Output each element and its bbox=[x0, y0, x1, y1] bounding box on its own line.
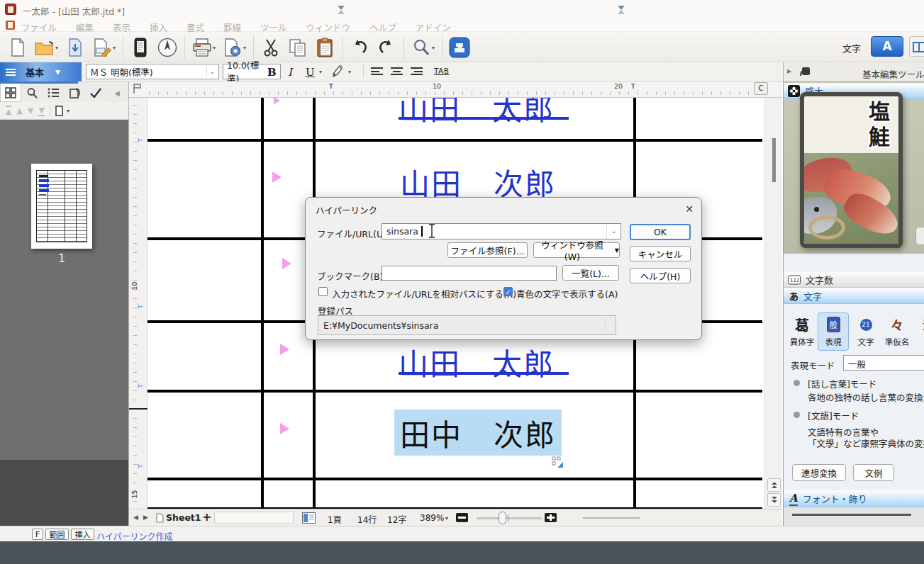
document-name-3[interactable]: 山田 太郎 bbox=[399, 340, 555, 383]
mobile-view-button[interactable] bbox=[127, 35, 154, 60]
redo-button[interactable] bbox=[373, 35, 400, 60]
column-button[interactable]: C bbox=[754, 82, 768, 95]
document-name-4-selected[interactable]: 田中 次郎 bbox=[394, 410, 562, 456]
sheet-tab[interactable]: Sheet1 bbox=[166, 512, 201, 523]
zoom-slider-thumb[interactable] bbox=[499, 512, 506, 524]
page-select-icon[interactable] bbox=[55, 106, 65, 116]
page-thumbnail[interactable] bbox=[31, 164, 92, 249]
save-button[interactable] bbox=[62, 35, 89, 60]
sidebar-tab-search[interactable] bbox=[21, 84, 43, 102]
highlight-pen-button[interactable] bbox=[330, 64, 345, 79]
chevron-down-icon[interactable]: ⌄ bbox=[606, 224, 620, 239]
font-decoration-header[interactable]: A フォント・飾り bbox=[784, 490, 924, 507]
sidebar-collapse-button[interactable]: ◀ bbox=[106, 84, 128, 102]
grid-mode-button[interactable] bbox=[909, 36, 924, 57]
f-mode-button[interactable]: F bbox=[32, 529, 43, 540]
document-name-1[interactable]: 山田 太郎 bbox=[399, 98, 555, 128]
close-icon[interactable]: ✕ bbox=[682, 202, 696, 216]
zoom-value[interactable]: 389% bbox=[420, 513, 444, 523]
sheet-scroll-strip[interactable] bbox=[214, 512, 294, 524]
underline-dropdown-arrow[interactable]: ▾ bbox=[319, 69, 322, 75]
horizontal-ruler[interactable] bbox=[129, 81, 782, 98]
plugin-button[interactable] bbox=[446, 35, 473, 60]
ok-button[interactable]: OK bbox=[630, 224, 691, 240]
file-browse-button[interactable]: ファイル参照(F)... bbox=[447, 242, 528, 258]
sidebar-tab-thumbnails[interactable] bbox=[0, 84, 21, 102]
character-mode-button[interactable]: A bbox=[871, 36, 903, 57]
print-settings-dropdown-arrow[interactable]: ▾ bbox=[243, 45, 250, 51]
tab-hyougen[interactable]: 般 表現 bbox=[818, 315, 849, 347]
window-browse-button[interactable]: ウィンドウ参照(W) ▼ bbox=[533, 242, 620, 258]
view-mode-icon[interactable] bbox=[302, 512, 316, 524]
cut-button[interactable] bbox=[257, 35, 284, 60]
sidebar-tab-page-jump[interactable] bbox=[64, 84, 85, 102]
search-button[interactable] bbox=[408, 35, 435, 60]
file-url-input[interactable]: sinsara ⌄ bbox=[382, 223, 621, 239]
align-left-button[interactable] bbox=[371, 67, 383, 77]
jump-first-button[interactable]: ▲ bbox=[6, 106, 11, 116]
kanta-card[interactable]: 塩鮭 bbox=[800, 92, 903, 248]
copy-button[interactable] bbox=[284, 35, 311, 60]
list-button[interactable]: 一覧(L)... bbox=[562, 265, 619, 281]
save-as-dropdown-arrow[interactable]: ▾ bbox=[113, 45, 119, 51]
moji-section-header[interactable]: あ 文字 bbox=[784, 288, 924, 304]
insert-mode-button[interactable]: 挿入 bbox=[71, 529, 94, 540]
range-mode-button[interactable]: 範囲 bbox=[45, 529, 69, 540]
tab-itaiji[interactable]: 葛 異体字 bbox=[786, 315, 818, 347]
expression-mode-select[interactable]: 一般 bbox=[843, 355, 924, 371]
palette-scrollbar[interactable] bbox=[792, 514, 911, 516]
relative-path-checkbox[interactable] bbox=[318, 287, 328, 296]
indent-marker-icon[interactable] bbox=[618, 10, 625, 14]
blue-text-checkbox[interactable]: ✓ bbox=[503, 287, 513, 296]
underline-button[interactable]: U bbox=[306, 66, 315, 79]
sheet-next-icon[interactable]: ▶ bbox=[143, 514, 148, 521]
palette-collapse-arrow[interactable]: ▶ bbox=[787, 68, 791, 74]
new-document-button[interactable] bbox=[4, 35, 31, 60]
print-settings-button[interactable] bbox=[219, 35, 246, 60]
sidebar-tab-check[interactable] bbox=[85, 84, 106, 102]
scroll-page-down-button[interactable] bbox=[767, 493, 781, 507]
align-center-button[interactable] bbox=[391, 67, 403, 77]
document-vertical-scrollbar[interactable] bbox=[764, 98, 782, 509]
example-button[interactable]: 文例 bbox=[853, 464, 894, 481]
paste-button[interactable] bbox=[311, 35, 338, 60]
document-menu-icon[interactable] bbox=[6, 21, 15, 30]
tab-jungana[interactable]: 々 準仮名 bbox=[881, 315, 913, 347]
bold-button[interactable]: B bbox=[267, 66, 277, 79]
association-convert-button[interactable]: 連想変換 bbox=[792, 464, 846, 481]
search-dropdown-arrow[interactable]: ▾ bbox=[432, 45, 438, 51]
ruler-corner-flag-icon[interactable] bbox=[132, 83, 142, 94]
align-right-button[interactable] bbox=[411, 67, 423, 77]
open-file-button[interactable] bbox=[31, 35, 58, 60]
zoom-dropdown-arrow[interactable]: ▾ bbox=[445, 515, 448, 521]
navigation-button[interactable] bbox=[154, 35, 181, 60]
zoom-slider-track[interactable] bbox=[477, 517, 542, 519]
italic-button[interactable]: I bbox=[288, 66, 292, 79]
edit-mode-selector[interactable]: 基本 ▼ bbox=[0, 62, 82, 81]
scroll-page-up-button[interactable] bbox=[767, 478, 781, 492]
open-dropdown-arrow[interactable]: ▾ bbox=[55, 45, 62, 51]
sidebar-tab-list[interactable] bbox=[43, 84, 64, 102]
zoom-in-button[interactable] bbox=[545, 513, 557, 522]
bookmark-input[interactable] bbox=[382, 266, 557, 281]
help-button[interactable]: ヘルプ(H) bbox=[630, 268, 691, 283]
palette-switch-icon[interactable] bbox=[798, 65, 811, 78]
tab-kanji-partial[interactable]: 漢 漢 bbox=[913, 315, 924, 347]
zoom-out-button[interactable] bbox=[456, 513, 468, 522]
add-sheet-button[interactable]: + bbox=[202, 510, 211, 524]
cancel-button[interactable]: キャンセル bbox=[630, 246, 691, 261]
photo-nav-button[interactable] bbox=[915, 227, 924, 245]
jump-last-button[interactable]: ▼ bbox=[38, 106, 44, 116]
print-button[interactable] bbox=[189, 35, 216, 60]
undo-button[interactable] bbox=[346, 35, 373, 60]
jump-prev-button[interactable]: ▲ bbox=[16, 106, 22, 115]
save-as-button[interactable] bbox=[89, 35, 116, 60]
selection-handle-icon[interactable] bbox=[552, 456, 564, 469]
pen-dropdown-arrow[interactable]: ▾ bbox=[348, 69, 351, 75]
page-select-arrow[interactable]: ▾ bbox=[67, 108, 69, 114]
font-family-select[interactable]: ＭＳ 明朝(標準) ⌄ bbox=[86, 64, 219, 79]
jump-next-button[interactable]: ▼ bbox=[28, 106, 33, 115]
scrollbar-thumb[interactable] bbox=[772, 138, 776, 182]
sheet-prev-icon[interactable]: ◀ bbox=[133, 514, 138, 521]
print-dropdown-arrow[interactable]: ▾ bbox=[213, 45, 219, 51]
